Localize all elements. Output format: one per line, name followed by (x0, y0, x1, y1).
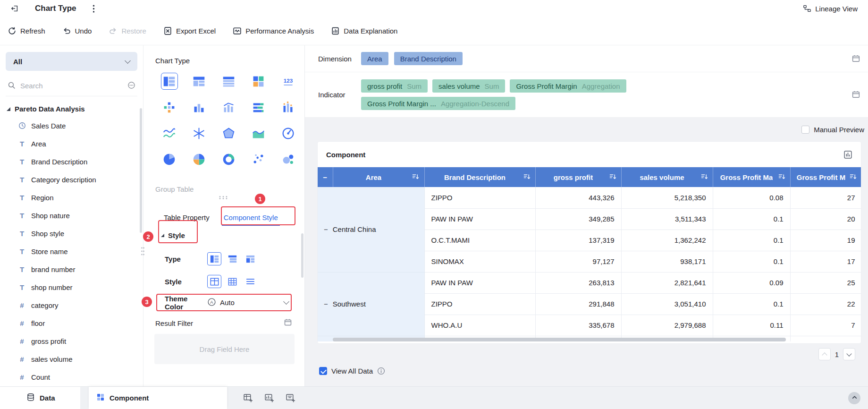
type-merge-icon[interactable] (243, 252, 257, 265)
page-up-button[interactable] (818, 348, 831, 360)
kpi-indicator-icon[interactable]: 123 (280, 73, 297, 90)
dimension-card-icon[interactable] (851, 54, 860, 63)
filter-settings-icon[interactable] (284, 318, 292, 328)
sort-icon[interactable] (412, 173, 419, 181)
donut-chart-icon[interactable] (220, 151, 237, 168)
field-store-name[interactable]: TStore name (0, 242, 143, 260)
sort-icon[interactable] (778, 173, 785, 181)
search-options-icon[interactable] (127, 81, 135, 91)
filter-drop-zone[interactable]: Drag Field Here (154, 334, 295, 364)
view-all-data-checkbox[interactable] (319, 367, 327, 375)
stacked-bar-chart-icon[interactable] (250, 99, 267, 116)
field-brand-number[interactable]: Tbrand number (0, 260, 143, 278)
kpi-card-icon[interactable] (250, 73, 267, 90)
gauge-chart-icon[interactable] (280, 125, 297, 142)
collapse-group-icon[interactable]: − (324, 225, 328, 233)
type-grouping-icon[interactable] (207, 252, 221, 265)
insert-filter-icon[interactable] (286, 393, 295, 403)
export-excel-button[interactable]: Export Excel (163, 26, 216, 35)
sort-icon[interactable] (701, 173, 708, 181)
scatter-chart-icon[interactable] (250, 151, 267, 168)
style-section-header[interactable]: Style (161, 231, 185, 239)
indicator-pill-gross-profit[interactable]: gross profitSum (361, 79, 428, 93)
style-lines-icon[interactable] (243, 275, 257, 288)
collapse-all-cell[interactable]: − (318, 167, 333, 187)
dataset-scope-dropdown[interactable]: All (6, 52, 137, 71)
dimension-pill-brand-description[interactable]: Brand Description (394, 52, 463, 65)
column-header-gross-profit-m[interactable]: Gross Profit M (790, 167, 861, 187)
column-header-area[interactable]: Area (333, 167, 424, 187)
style-border-icon[interactable] (207, 275, 221, 288)
field-sales-volume[interactable]: #sales volume (0, 350, 143, 368)
collapse-group-icon[interactable]: − (324, 300, 328, 308)
more-menu-icon[interactable] (93, 5, 95, 13)
indicator-pill-sales-volume[interactable]: sales volumeSum (432, 79, 505, 93)
filled-radar-chart-icon[interactable] (220, 125, 237, 142)
panel-scrollbar[interactable] (301, 233, 303, 278)
type-tree-icon[interactable] (225, 252, 239, 265)
sort-icon[interactable] (609, 173, 616, 181)
indicator-card-icon[interactable] (851, 90, 860, 99)
bubble-chart-icon[interactable] (280, 151, 297, 168)
exit-icon[interactable] (10, 4, 19, 13)
lineage-view-button[interactable]: Lineage View (803, 4, 858, 13)
tab-component[interactable]: Component (89, 387, 227, 409)
theme-color-select[interactable]: Theme Color A Auto (165, 294, 288, 311)
search-input[interactable] (20, 82, 123, 90)
style-grid-icon[interactable] (225, 275, 239, 288)
grouping-table-icon[interactable] (161, 73, 178, 90)
line-chart-icon[interactable] (161, 125, 178, 142)
area-chart-icon[interactable] (250, 125, 267, 142)
undo-button[interactable]: Undo (62, 26, 92, 35)
manual-preview-checkbox[interactable] (801, 126, 809, 134)
radar-chart-icon[interactable] (191, 125, 208, 142)
collapse-panel-button[interactable] (848, 392, 860, 404)
dimension-pill-area[interactable]: Area (361, 52, 388, 65)
indicator-pill-gross-profit-margin[interactable]: Gross Profit Margin ...Aggregation-Desce… (361, 97, 515, 110)
field-brand-description[interactable]: TBrand Description (0, 153, 143, 170)
insert-table-icon[interactable] (243, 393, 253, 403)
field-shop-nature[interactable]: TShop nature (0, 206, 143, 224)
performance-analysis-button[interactable]: Performance Analysis (233, 26, 314, 35)
dataset-tree-node[interactable]: Pareto Data Analysis (7, 105, 143, 113)
sidebar-scrollbar[interactable] (140, 108, 142, 233)
column-header-gross-profit[interactable]: gross profit (535, 167, 621, 187)
field-shop-number[interactable]: Tshop number (0, 278, 143, 296)
data-explanation-button[interactable]: Data Explanation (331, 26, 397, 35)
area-group-cell-central-china[interactable]: −Central China (318, 187, 424, 272)
field-count[interactable]: #Count (0, 368, 143, 386)
page-down-button[interactable] (843, 348, 855, 360)
restore-button[interactable]: Restore (109, 26, 146, 35)
horizontal-scrollbar[interactable] (333, 338, 786, 341)
sort-icon[interactable] (850, 173, 857, 181)
column-line-chart-icon[interactable] (220, 99, 237, 116)
field-floor[interactable]: #floor (0, 314, 143, 332)
cross-table-icon[interactable] (191, 73, 208, 90)
column-header-brand-description[interactable]: Brand Description (424, 167, 535, 187)
indicator-pill-gross-profit-margin[interactable]: Gross Profit MarginAggregation (510, 79, 626, 93)
field-category-description[interactable]: TCategory description (0, 170, 143, 188)
panel-resizer-handle[interactable] (141, 247, 145, 256)
field-area[interactable]: TArea (0, 135, 143, 153)
detail-table-icon[interactable] (220, 73, 237, 90)
pie-chart-icon[interactable] (161, 151, 178, 168)
tab-data[interactable]: Data (0, 387, 80, 409)
field-shop-style[interactable]: TShop style (0, 224, 143, 242)
field-region[interactable]: TRegion (0, 188, 143, 206)
field-gross-profit[interactable]: #gross profit (0, 332, 143, 350)
area-group-cell-southwest[interactable]: −Southwest (318, 272, 424, 336)
field-category[interactable]: #category (0, 296, 143, 314)
field-sales-date[interactable]: Sales Date (0, 117, 143, 135)
refresh-button[interactable]: Refresh (8, 26, 45, 35)
column-header-gross-profit-ma[interactable]: Gross Profit Ma (713, 167, 790, 187)
column-header-sales-volume[interactable]: sales volume (621, 167, 713, 187)
multi-pie-chart-icon[interactable] (191, 151, 208, 168)
sort-icon[interactable] (523, 173, 531, 181)
column-chart-icon[interactable] (191, 99, 208, 116)
tab-table-property[interactable]: Table Property (164, 209, 210, 226)
drag-handle-icon[interactable] (219, 196, 228, 200)
combo-chart-icon[interactable] (280, 99, 297, 116)
info-icon[interactable] (377, 367, 385, 375)
point-cluster-icon[interactable] (161, 99, 178, 116)
switch-chart-icon[interactable] (843, 150, 852, 159)
